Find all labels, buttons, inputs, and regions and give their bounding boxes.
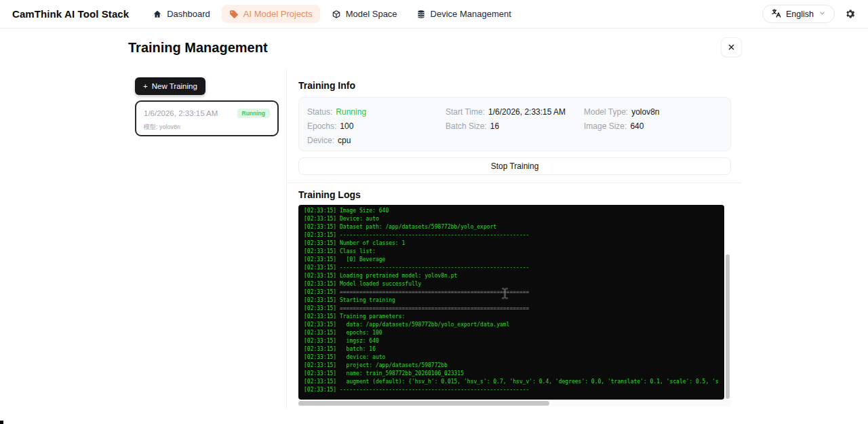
tag-icon <box>229 9 239 19</box>
log-line: [02:33:15] project: /app/datasets/598772… <box>304 362 719 370</box>
nav-label: Device Management <box>431 9 511 19</box>
nav-label: AI Model Projects <box>243 9 313 19</box>
log-line: [02:33:15] Number of classes: 1 <box>304 239 719 248</box>
chevron-down-icon <box>818 9 826 19</box>
info-field-batch-size: Batch Size: 16 <box>446 121 584 131</box>
close-icon <box>728 41 735 54</box>
nav-model-space[interactable]: Model Space <box>324 5 405 23</box>
vertical-divider <box>286 69 287 408</box>
log-line: [02:33:15] data: /app/datasets/598772bb/… <box>304 321 719 329</box>
training-session-card[interactable]: 1/6/2026, 2:33:15 AM Running 模型: yolov8n <box>135 100 279 136</box>
close-button[interactable] <box>721 37 742 57</box>
cube-icon <box>332 9 341 19</box>
nav-device-management[interactable]: Device Management <box>409 5 519 23</box>
training-log-terminal[interactable]: [02:33:15] Image Size: 640 [02:33:15] De… <box>298 205 724 400</box>
training-info-title: Training Info <box>298 80 355 91</box>
log-line: [02:33:15] Model loaded successfully <box>304 280 719 288</box>
log-line: [02:33:15] device: auto <box>304 353 719 362</box>
status-value: Running <box>336 107 366 117</box>
language-selector[interactable]: English <box>762 5 835 23</box>
log-line: [02:33:15] imgsz: 640 <box>304 337 719 345</box>
app-title: CamThink AI Tool Stack <box>12 8 129 20</box>
plus-icon: + <box>143 82 148 90</box>
database-icon <box>416 9 426 19</box>
info-field-model-type: Model Type: yolov8n <box>584 107 722 117</box>
session-status-badge: Running <box>237 109 270 118</box>
log-line: [02:33:15] Loading pretrained model: yol… <box>304 272 719 280</box>
new-training-label: New Training <box>152 82 197 90</box>
log-line: [02:33:15] Class list: <box>304 248 719 256</box>
translate-icon <box>771 8 781 20</box>
home-icon <box>153 9 162 19</box>
session-date: 1/6/2026, 2:33:15 AM <box>144 109 218 117</box>
log-line: [02:33:15] Device: auto <box>304 215 719 223</box>
gear-icon[interactable] <box>844 8 856 20</box>
nav-label: Dashboard <box>167 9 210 19</box>
language-label: English <box>786 9 814 19</box>
training-logs-title: Training Logs <box>298 189 361 200</box>
training-info-card: Status: Running Start Time: 1/6/2026, 2:… <box>298 97 731 151</box>
log-line: [02:33:15] batch: 16 <box>304 345 719 353</box>
main-nav: Dashboard AI Model Projects Model Space … <box>145 5 519 23</box>
terminal-vertical-scrollbar[interactable] <box>726 254 730 399</box>
terminal-horizontal-scrollbar[interactable] <box>298 401 549 406</box>
log-line: [02:33:15] -----------------------------… <box>304 264 719 272</box>
header-controls: English <box>762 5 856 23</box>
info-field-device: Device: cpu <box>307 136 446 145</box>
log-line: [02:33:15] epochs: 100 <box>304 329 719 337</box>
log-line: [02:33:15] -----------------------------… <box>304 386 719 394</box>
info-field-epochs: Epochs: 100 <box>307 121 446 131</box>
new-training-button[interactable]: + New Training <box>135 77 205 95</box>
stop-training-button[interactable]: Stop Training <box>298 157 731 175</box>
info-field-status: Status: Running <box>307 107 446 117</box>
nav-label: Model Space <box>346 9 397 19</box>
log-line: [02:33:15] augment (default): {'hsv_h': … <box>304 378 719 386</box>
log-line: [02:33:15] Dataset path: /app/datasets/5… <box>304 223 719 231</box>
horizontal-divider <box>286 182 742 183</box>
info-field-image-size: Image Size: 640 <box>584 121 722 131</box>
top-header: CamThink AI Tool Stack Dashboard AI Mode… <box>0 0 868 28</box>
corner-artifact <box>0 421 3 424</box>
log-line: [02:33:15] name: train_598772bb_20260106… <box>304 370 719 378</box>
nav-ai-model-projects[interactable]: AI Model Projects <box>222 5 320 23</box>
log-line: [02:33:15] Image Size: 640 <box>304 207 719 215</box>
nav-dashboard[interactable]: Dashboard <box>145 5 218 23</box>
log-line: [02:33:15] =============================… <box>304 288 719 296</box>
log-line: [02:33:15] =============================… <box>304 305 719 313</box>
log-line: [02:33:15] -----------------------------… <box>304 231 719 239</box>
session-model-label: 模型: yolov8n <box>144 123 270 132</box>
log-line: [02:33:15] Training parameters: <box>304 313 719 321</box>
info-field-start-time: Start Time: 1/6/2026, 2:33:15 AM <box>446 107 584 117</box>
page-title: Training Management <box>128 40 268 56</box>
log-line: [02:33:15] [0] Beverage <box>304 256 719 264</box>
log-line: [02:33:15] Starting training <box>304 296 719 305</box>
